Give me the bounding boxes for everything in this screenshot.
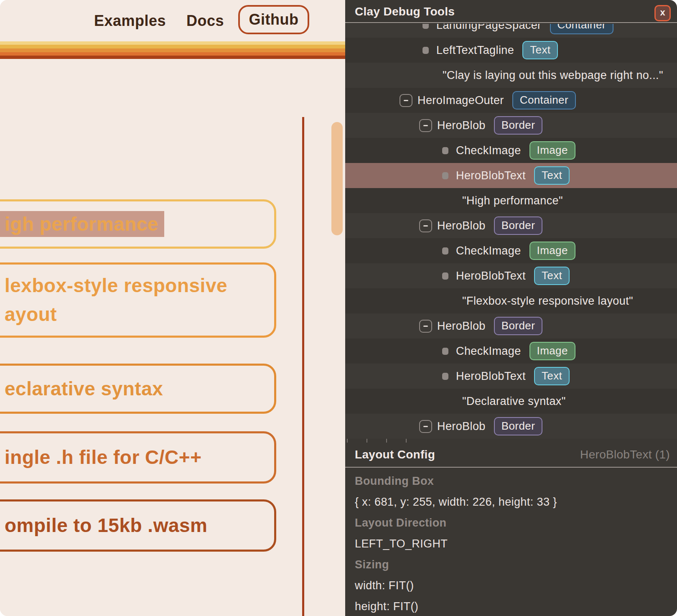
element-name: HeroBlob	[437, 320, 486, 333]
stripe-band	[0, 45, 345, 48]
element-type-badge: Border	[494, 216, 542, 235]
tree-row-HeroBlobText[interactable]: HeroBlobTextText	[345, 263, 677, 288]
collapse-button[interactable]	[419, 320, 432, 333]
tree-row-HeroBlobText[interactable]: HeroBlobTextText	[345, 163, 677, 188]
config-section-label: Bounding Box	[355, 471, 669, 491]
page-scrollbar-thumb[interactable]	[331, 122, 343, 235]
element-name: HeroImageOuter	[417, 94, 504, 107]
layout-config-title: Layout Config	[355, 443, 435, 467]
selected-text-highlight: igh performance	[0, 211, 164, 237]
element-name: LandingPageSpacer	[436, 24, 542, 32]
feature-text: lexbox-style responsive ayout	[0, 271, 249, 329]
text-content-preview: "Declarative syntax"	[462, 395, 566, 408]
feature-text: eclarative syntax	[0, 374, 163, 403]
element-name: HeroBlobText	[456, 370, 526, 383]
config-section-label: Sizing	[355, 554, 669, 575]
element-name: HeroBlob	[437, 119, 486, 132]
app-window: Examples Docs Github igh performancelexb…	[0, 0, 677, 616]
leaf-bullet-icon	[442, 147, 448, 154]
tree-row-CheckImage[interactable]: CheckImageImage	[345, 238, 677, 263]
tree-row-text-content[interactable]: "Declarative syntax"	[345, 389, 677, 414]
tree-row-LandingPageSpacer[interactable]: LandingPageSpacerContainer	[345, 24, 677, 38]
tree-row-HeroBlobText[interactable]: HeroBlobTextText	[345, 364, 677, 389]
collapse-button[interactable]	[419, 420, 432, 433]
vertical-divider	[302, 117, 304, 616]
close-button[interactable]: x	[654, 5, 671, 21]
github-button[interactable]: Github	[238, 5, 309, 34]
clay-website-page: Examples Docs Github igh performancelexb…	[0, 0, 345, 616]
element-tree: LandingPageSpacerContainerLeftTextTaglin…	[345, 24, 677, 443]
leaf-bullet-icon	[442, 172, 448, 179]
feature-text: igh performance	[0, 210, 164, 239]
debug-panel-title: Clay Debug Tools	[355, 0, 455, 23]
tree-row-HeroBlob[interactable]: HeroBlobBorder	[345, 113, 677, 138]
element-name: CheckImage	[456, 244, 521, 257]
leaf-bullet-icon	[442, 373, 448, 380]
top-nav: Examples Docs Github	[0, 0, 345, 41]
config-value: LEFT_TO_RIGHT	[355, 533, 669, 554]
element-name: HeroBlobText	[456, 270, 526, 283]
tree-row-HeroBlob[interactable]: HeroBlobBorder	[345, 414, 677, 439]
debug-panel-header: Clay Debug Tools x	[345, 0, 677, 23]
element-type-badge: Container	[512, 91, 576, 109]
tree-row-text-content[interactable]: "Clay is laying out this webpage right n…	[345, 63, 677, 88]
feature-box: ingle .h file for C/C++	[0, 431, 276, 484]
element-type-badge: Text	[534, 367, 570, 385]
feature-box: lexbox-style responsive ayout	[0, 262, 276, 338]
leaf-bullet-icon	[422, 47, 429, 54]
element-type-badge: Border	[494, 417, 542, 435]
feature-text: ingle .h file for C/C++	[0, 443, 202, 472]
tree-row-text-content[interactable]: "Flexbox-style responsive layout"	[345, 288, 677, 313]
leaf-bullet-icon	[442, 348, 448, 355]
element-type-badge: Container	[550, 24, 613, 34]
stripe-band	[0, 48, 345, 52]
clay-debug-tools-panel: Clay Debug Tools x LandingPageSpacerCont…	[345, 0, 677, 616]
page-content: igh performancelexbox-style responsive a…	[0, 59, 345, 616]
tree-row-HeroImageOuter[interactable]: HeroImageOuterContainer	[345, 88, 677, 113]
element-type-badge: Border	[494, 116, 542, 135]
element-type-badge: Border	[494, 317, 542, 335]
tree-row-LeftTextTagline[interactable]: LeftTextTaglineText	[345, 38, 677, 63]
config-value: height: FIT()	[355, 596, 669, 616]
element-type-badge: Text	[534, 166, 570, 185]
feature-box: eclarative syntax	[0, 364, 276, 414]
element-type-badge: Text	[522, 41, 558, 59]
text-content-preview: "High performance"	[462, 194, 563, 207]
element-type-badge: Text	[534, 267, 570, 285]
element-name: HeroBlob	[437, 420, 486, 433]
element-name: CheckImage	[456, 144, 521, 157]
feature-text: ompile to 15kb .wasm	[0, 511, 207, 540]
leaf-bullet-icon	[422, 24, 429, 29]
stripe-band	[0, 52, 345, 56]
selected-element-label: HeroBlobText (1)	[580, 443, 670, 467]
collapse-button[interactable]	[419, 219, 432, 232]
layout-config-header: Layout Config HeroBlobText (1)	[345, 443, 677, 468]
feature-box: igh performance	[0, 199, 276, 249]
element-name: CheckImage	[456, 345, 521, 358]
layout-config-details: Bounding Box{ x: 681, y: 255, width: 226…	[355, 471, 669, 616]
tree-row-text-content[interactable]: "High performance"	[345, 188, 677, 213]
tree-row-CheckImage[interactable]: CheckImageImage	[345, 138, 677, 163]
leaf-bullet-icon	[442, 247, 448, 255]
element-type-badge: Image	[529, 342, 575, 360]
element-type-badge: Image	[529, 141, 575, 160]
text-content-preview: "Clay is laying out this webpage right n…	[443, 69, 663, 82]
collapse-button[interactable]	[419, 119, 432, 132]
text-content-preview: "Flexbox-style responsive layout"	[462, 295, 633, 308]
gradient-stripe	[0, 41, 345, 59]
nav-link-examples[interactable]: Examples	[94, 0, 166, 41]
element-name: HeroBlobText	[456, 169, 526, 182]
stripe-band	[0, 41, 345, 45]
nav-link-docs[interactable]: Docs	[186, 0, 224, 41]
tree-row-HeroBlob[interactable]: HeroBlobBorder	[345, 213, 677, 238]
element-type-badge: Image	[529, 242, 575, 260]
feature-box: ompile to 15kb .wasm	[0, 499, 276, 552]
collapse-button[interactable]	[400, 94, 412, 107]
tree-row-CheckImage[interactable]: CheckImageImage	[345, 339, 677, 364]
element-name: LeftTextTagline	[436, 44, 514, 57]
leaf-bullet-icon	[442, 272, 448, 280]
config-section-label: Layout Direction	[355, 512, 669, 533]
config-value: width: FIT()	[355, 575, 669, 596]
config-value: { x: 681, y: 255, width: 226, height: 33…	[355, 491, 669, 512]
tree-row-HeroBlob[interactable]: HeroBlobBorder	[345, 313, 677, 339]
